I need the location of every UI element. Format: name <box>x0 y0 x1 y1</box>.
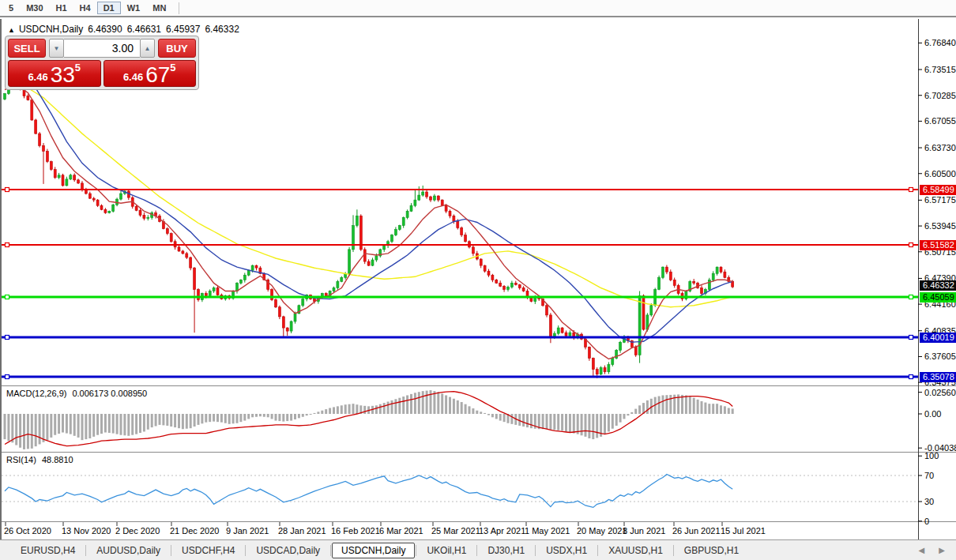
spin-down-icon: ▼ <box>54 45 60 52</box>
macd-axis-label: 0.00 <box>924 409 941 419</box>
level-price-badge: 6.45059 <box>920 292 956 303</box>
trading-terminal: 5M30H1H4D1W1MN ▲USDCNH,Daily6.463906.466… <box>0 0 956 560</box>
buy-price-big: 67 <box>145 65 170 85</box>
date-label: 13 Nov 2020 <box>62 526 111 536</box>
tab-audusd-daily[interactable]: AUDUSD,Daily <box>87 543 170 558</box>
date-label: 25 Mar 2021 <box>431 526 480 536</box>
tab-separator <box>85 545 86 556</box>
tab-separator <box>171 545 171 556</box>
chart-title: ▲USDCNH,Daily6.463906.466316.459376.4633… <box>8 24 239 35</box>
macd-axis-label: 0.025609 <box>924 388 956 397</box>
buy-button[interactable]: BUY <box>158 39 196 58</box>
date-label: 1 May 2021 <box>525 526 570 536</box>
ohlc-open: 6.46390 <box>88 24 122 35</box>
macd-values: 0.006173 0.008950 <box>72 389 147 398</box>
sell-price-big: 33 <box>51 65 75 85</box>
axis-tick-label: 6.67055 <box>924 116 956 126</box>
date-label: 28 Jan 2021 <box>278 526 326 536</box>
axis-tick-label: 6.60500 <box>924 169 956 179</box>
timeframe-h4[interactable]: H4 <box>73 2 97 14</box>
tab-separator <box>535 545 536 556</box>
date-label: 26 Jun 2021 <box>672 526 721 536</box>
tab-separator <box>476 545 477 556</box>
date-label: 13 Apr 2021 <box>479 526 525 536</box>
tab-gbpusd-h1[interactable]: GBPUSD,H1 <box>675 543 748 558</box>
axis-tick-label: 6.37605 <box>924 351 956 361</box>
volume-increase-button[interactable]: ▲ <box>140 39 155 58</box>
candles <box>4 61 734 378</box>
date-label: 20 May 2021 <box>577 526 627 536</box>
timeframe-h1[interactable]: H1 <box>50 2 73 14</box>
rsi-line <box>5 474 732 507</box>
rsi-label: RSI(14)48.8810 <box>6 455 73 464</box>
ma-fast-red <box>5 85 732 359</box>
rsi-value: 48.8810 <box>42 455 73 464</box>
date-label: 16 Feb 2021 <box>331 526 380 536</box>
level-price-badge: 6.58499 <box>920 185 956 195</box>
volume-decrease-button[interactable]: ▼ <box>49 39 64 58</box>
axis-tick-label: 6.53945 <box>924 221 956 231</box>
timeframe-5[interactable]: 5 <box>2 2 20 14</box>
axis-tick-label: 6.70285 <box>924 91 956 100</box>
sell-price-tile[interactable]: 6.46335 <box>8 60 101 87</box>
symbol-tabbar: EURUSD,H4AUDUSD,DailyUSDCHF,H4USDCAD,Dai… <box>0 539 956 560</box>
timeframe-mn[interactable]: MN <box>146 2 172 14</box>
date-label: 21 Dec 2020 <box>170 526 219 536</box>
level-price-badge: 6.51582 <box>920 240 956 250</box>
axis-tick-label: 6.63730 <box>924 143 956 152</box>
date-label: 26 Oct 2020 <box>4 526 51 536</box>
tab-usdx-h1[interactable]: USDX,H1 <box>536 543 597 558</box>
ohlc-low: 6.45937 <box>166 24 200 35</box>
tab-scroll-right-icon[interactable]: ▶ <box>939 546 945 554</box>
axis-tick-label: 6.73515 <box>924 65 956 74</box>
tab-separator <box>673 545 674 556</box>
date-label: 9 Jan 2021 <box>226 526 269 536</box>
sell-price-pip: 5 <box>75 62 81 73</box>
timeframe-m30[interactable]: M30 <box>20 2 49 14</box>
timeframe-w1[interactable]: W1 <box>121 2 147 14</box>
buy-price-prefix: 6.46 <box>123 71 143 83</box>
date-label: 15 Jul 2021 <box>721 526 766 536</box>
timeframe-toolbar: 5M30H1H4D1W1MN <box>0 0 956 17</box>
axis-tick-label: 6.57175 <box>924 195 956 205</box>
toolbar-separator <box>179 2 179 14</box>
tab-dj30-h1[interactable]: DJ30,H1 <box>478 543 534 558</box>
level-price-badge: 6.35078 <box>920 372 956 382</box>
timeframe-d1[interactable]: D1 <box>97 2 121 14</box>
tab-usdchf-h4[interactable]: USDCHF,H4 <box>172 543 244 558</box>
spin-up-icon: ▲ <box>145 45 151 52</box>
tab-ukoil-h1[interactable]: UKOil,H1 <box>417 543 476 558</box>
macd-label: MACD(12,26,9)0.006173 0.008950 <box>6 389 147 398</box>
current-price-badge: 6.46332 <box>920 280 956 291</box>
chart-symbol: USDCNH,Daily <box>19 24 83 35</box>
date-label: 8 Jun 2021 <box>623 526 665 536</box>
tab-usdcad-daily[interactable]: USDCAD,Daily <box>247 543 329 558</box>
tab-separator <box>330 545 331 556</box>
tab-eurusd-h4[interactable]: EURUSD,H4 <box>11 543 85 558</box>
volume-input[interactable] <box>64 39 140 58</box>
buy-price-pip: 5 <box>170 62 175 73</box>
ohlc-close: 6.46332 <box>205 24 239 35</box>
window-left-border <box>0 19 2 560</box>
axis-tick-label: 6.76840 <box>924 38 956 47</box>
one-click-trading-panel: SELL ▼ ▲ BUY 6.46335 6.46675 <box>5 36 199 90</box>
rsi-axis-label: 30 <box>924 497 934 506</box>
tab-separator <box>416 545 416 556</box>
buy-price-tile[interactable]: 6.46675 <box>104 60 197 87</box>
rsi-axis-label: 100 <box>924 451 939 460</box>
sell-price-prefix: 6.46 <box>28 71 47 83</box>
tab-scroll-left-icon[interactable]: ◀ <box>919 546 925 554</box>
tab-separator <box>245 545 246 556</box>
rsi-axis-label: 0 <box>924 517 929 526</box>
sell-button[interactable]: SELL <box>8 39 46 58</box>
tab-usdcnh-daily[interactable]: USDCNH,Daily <box>332 543 415 558</box>
level-price-badge: 6.40019 <box>920 333 956 343</box>
date-label: 6 Mar 2021 <box>379 526 423 536</box>
rsi-axis-label: 70 <box>924 471 934 480</box>
date-label: 2 Dec 2020 <box>115 526 160 536</box>
collapse-triangle-icon: ▲ <box>8 26 15 34</box>
tab-separator <box>597 545 598 556</box>
ohlc-high: 6.46631 <box>127 24 161 35</box>
tab-xauusd-h1[interactable]: XAUUSD,H1 <box>599 543 672 558</box>
